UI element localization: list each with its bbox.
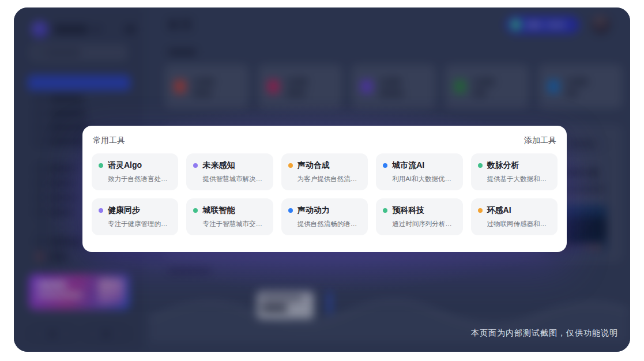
tool-grid: 语灵Algo 致力于自然语言处理技术的... 未来感知 提供智慧城市解决方案的创…: [82, 153, 567, 235]
tool-desc: 专注于智慧城市交通解决方...: [202, 220, 266, 228]
tool-desc: 通过时间序列分析和机器学...: [392, 220, 455, 228]
tool-desc: 专注于健康管理的科技公司...: [108, 220, 171, 228]
tool-name: 健康同步: [108, 205, 140, 216]
tool-desc: 致力于自然语言处理技术的...: [108, 175, 171, 183]
tool-desc: 提供自然流畅的语音交互解...: [297, 220, 361, 228]
tool-name: 数脉分析: [487, 160, 519, 171]
tool-name: 声动合成: [297, 160, 330, 171]
tool-desc: 过物联网传感器和AI模型实...: [487, 220, 551, 228]
status-dot-icon: [383, 208, 387, 213]
tool-card[interactable]: 环感AI 过物联网传感器和AI模型实...: [471, 198, 558, 235]
tool-name: 预科科技: [392, 205, 424, 216]
status-dot-icon: [478, 163, 483, 168]
tool-card[interactable]: 城市流AI 利用AI和大数据优化交通流...: [376, 153, 462, 190]
tool-desc: 利用AI和大数据优化交通流...: [392, 175, 455, 183]
tool-desc: 为客户提供自然流畅的语音...: [297, 175, 361, 183]
tool-desc: 提供智慧城市解决方案的创...: [202, 175, 266, 183]
tool-name: 声动动力: [297, 205, 330, 216]
tool-name: 环感AI: [487, 205, 511, 216]
tool-name: 未来感知: [202, 160, 235, 171]
tool-card[interactable]: 健康同步 专注于健康管理的科技公司...: [92, 198, 178, 235]
tool-card[interactable]: 城联智能 专注于智慧城市交通解决方...: [186, 198, 273, 235]
status-dot-icon: [193, 208, 198, 213]
watermark-caption: 本页面为内部测试截图，仅供功能说明: [471, 328, 618, 339]
modal-title: 常用工具: [93, 136, 125, 146]
tool-card[interactable]: 预科科技 通过时间序列分析和机器学...: [376, 198, 462, 235]
status-dot-icon: [99, 163, 103, 168]
add-tool-button[interactable]: 添加工具: [524, 136, 556, 146]
tool-name: 城市流AI: [392, 160, 424, 171]
tool-card[interactable]: 声动动力 提供自然流畅的语音交互解...: [281, 198, 368, 235]
status-dot-icon: [193, 163, 198, 168]
tool-name: 城联智能: [202, 205, 235, 216]
status-dot-icon: [288, 208, 293, 213]
tool-card[interactable]: 数脉分析 提供基于大数据和人工智能...: [471, 153, 558, 190]
status-dot-icon: [288, 163, 293, 168]
page-background: 首页 1289: [0, 0, 644, 361]
common-tools-modal: 常用工具 添加工具 语灵Algo 致力于自然语言处理技术的... 未来感知 提供…: [82, 126, 567, 252]
app-window: 首页 1289: [14, 7, 630, 352]
status-dot-icon: [383, 163, 387, 168]
tool-card[interactable]: 未来感知 提供智慧城市解决方案的创...: [186, 153, 273, 190]
tool-desc: 提供基于大数据和人工智能...: [487, 175, 551, 183]
status-dot-icon: [99, 208, 103, 213]
tool-card[interactable]: 声动合成 为客户提供自然流畅的语音...: [281, 153, 368, 190]
status-dot-icon: [478, 208, 483, 213]
tool-card[interactable]: 语灵Algo 致力于自然语言处理技术的...: [92, 153, 178, 190]
tool-name: 语灵Algo: [108, 160, 142, 171]
